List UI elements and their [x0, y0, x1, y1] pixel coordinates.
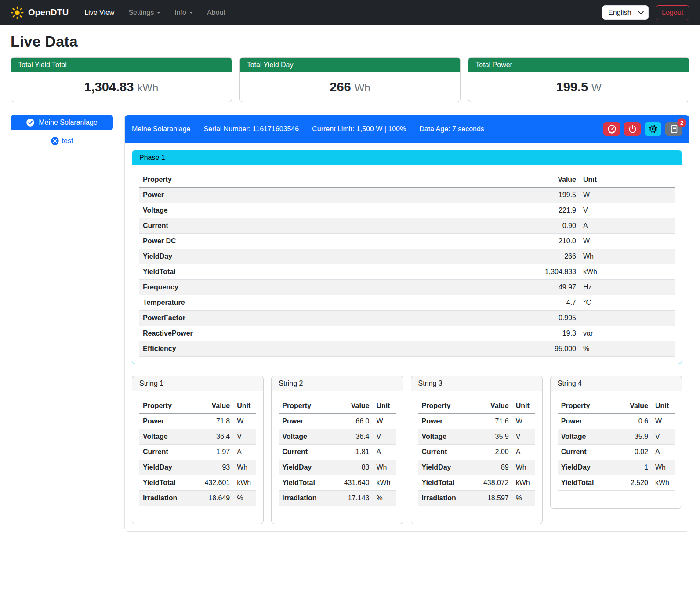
table-row: YieldTotal438.072kWh	[418, 475, 535, 491]
table-row: PowerFactor0.995	[139, 311, 675, 326]
card-title: Total Power	[468, 58, 689, 72]
property-cell: Current	[139, 445, 192, 460]
unit-cell: A	[580, 218, 675, 234]
value-cell: 431.640	[331, 475, 373, 491]
table-row: Current0.02A	[558, 445, 675, 460]
speedometer-icon	[607, 124, 617, 134]
brand-link[interactable]: OpenDTU	[11, 6, 69, 19]
unit-cell: W	[233, 414, 256, 429]
column-header: Property	[279, 398, 331, 414]
inverter-select-button[interactable]: Meine Solaranlage	[11, 115, 113, 130]
phase-card: Phase 1 Property Value Unit Power199.5WV…	[132, 150, 682, 364]
language-select[interactable]: English	[602, 5, 649, 20]
card-title: Total Yield Total	[11, 58, 232, 72]
property-cell: YieldDay	[418, 460, 471, 475]
card-unit: kWh	[137, 82, 158, 94]
property-cell: Temperature	[139, 295, 403, 311]
property-cell: YieldTotal	[139, 264, 403, 280]
string-table: PropertyValueUnitPower0.6WVoltage35.9VCu…	[558, 398, 675, 491]
table-row: Voltage36.4V	[279, 429, 395, 445]
value-cell: 432.601	[192, 475, 233, 491]
unit-cell: Wh	[652, 460, 675, 475]
property-cell: Voltage	[139, 429, 192, 445]
unit-cell: var	[580, 326, 675, 341]
nav-item-info[interactable]: Info	[167, 5, 200, 20]
property-cell: Irradiation	[279, 491, 331, 506]
device-info-button[interactable]	[645, 122, 661, 136]
card-unit: W	[591, 82, 602, 94]
property-cell: Current	[279, 445, 331, 460]
column-header: Property	[139, 172, 403, 188]
column-header: Value	[615, 398, 652, 414]
value-cell: 36.4	[192, 429, 233, 445]
property-cell: Current	[558, 445, 615, 460]
unit-cell: kWh	[512, 475, 535, 491]
unit-cell: V	[373, 429, 396, 445]
unit-cell: Wh	[373, 460, 396, 475]
strings-grid: String 1PropertyValueUnitPower71.8WVolta…	[132, 376, 682, 524]
property-cell: YieldDay	[139, 249, 403, 264]
table-row: Irradiation17.143%	[279, 491, 395, 506]
inverter-panel: Meine Solaranlage Serial Number: 1161716…	[124, 115, 689, 532]
table-row: Voltage35.9V	[558, 429, 675, 445]
table-row: Voltage221.9V	[139, 203, 675, 218]
column-header: Unit	[652, 398, 675, 414]
total-yield-day-card: Total Yield Day 266Wh	[239, 57, 461, 102]
table-row: YieldDay89Wh	[418, 460, 535, 475]
property-cell: YieldTotal	[279, 475, 331, 491]
table-row: YieldTotal432.601kWh	[139, 475, 256, 491]
table-row: Irradiation18.597%	[418, 491, 535, 506]
unit-cell: Wh	[512, 460, 535, 475]
property-cell: YieldDay	[139, 460, 192, 475]
value-cell: 71.8	[192, 414, 233, 429]
nav-links: Live View Settings Info About	[77, 5, 232, 20]
property-cell: Efficiency	[139, 341, 403, 357]
column-header: Property	[418, 398, 471, 414]
unit-cell: A	[373, 445, 396, 460]
property-cell: Frequency	[139, 280, 403, 295]
phase-table: Property Value Unit Power199.5WVoltage22…	[139, 172, 675, 357]
property-cell: Current	[418, 445, 471, 460]
table-row: Power DC210.0W	[139, 234, 675, 249]
event-log-button[interactable]: 2	[665, 122, 682, 136]
column-header: Property	[558, 398, 615, 414]
nav-item-settings[interactable]: Settings	[121, 5, 167, 20]
power-control-button[interactable]	[624, 122, 641, 136]
value-cell: 49.97	[403, 280, 580, 295]
value-cell: 17.143	[331, 491, 373, 506]
value-cell: 18.597	[471, 491, 512, 506]
value-cell: 1.81	[331, 445, 373, 460]
unit-cell: W	[373, 414, 396, 429]
inverter-item-test[interactable]: test	[51, 137, 73, 145]
property-cell: Power	[558, 414, 615, 429]
nav-item-live-view[interactable]: Live View	[77, 5, 121, 20]
property-cell: Voltage	[279, 429, 331, 445]
unit-cell: A	[652, 445, 675, 460]
check-circle-icon	[26, 118, 35, 127]
table-header-row: PropertyValueUnit	[279, 398, 395, 414]
inverter-name: Meine Solaranlage	[132, 125, 190, 133]
top-navbar: OpenDTU Live View Settings Info About En…	[0, 0, 700, 25]
value-cell: 2.00	[471, 445, 512, 460]
nav-item-about[interactable]: About	[200, 5, 232, 20]
cpu-icon	[649, 124, 658, 134]
card-value: 1,304.83	[84, 80, 134, 94]
logout-button[interactable]: Logout	[656, 5, 689, 20]
property-cell: Voltage	[418, 429, 471, 445]
unit-cell: A	[512, 445, 535, 460]
property-cell: YieldDay	[279, 460, 331, 475]
table-row: Current0.90A	[139, 218, 675, 234]
property-cell: Voltage	[139, 203, 403, 218]
unit-cell: kWh	[652, 475, 675, 491]
show-limit-settings-button[interactable]	[603, 122, 620, 136]
table-row: Efficiency95.000%	[139, 341, 675, 357]
total-yield-total-card: Total Yield Total 1,304.83kWh	[11, 57, 232, 102]
string-card-title: String 4	[551, 376, 682, 391]
table-header-row: Property Value Unit	[139, 172, 675, 188]
inverter-data-age: Data Age: 7 seconds	[419, 125, 484, 133]
property-cell: Irradiation	[418, 491, 471, 506]
unit-cell: A	[233, 445, 256, 460]
value-cell: 0.995	[403, 311, 580, 326]
string-card: String 4PropertyValueUnitPower0.6WVoltag…	[550, 376, 682, 509]
value-cell: 83	[331, 460, 373, 475]
